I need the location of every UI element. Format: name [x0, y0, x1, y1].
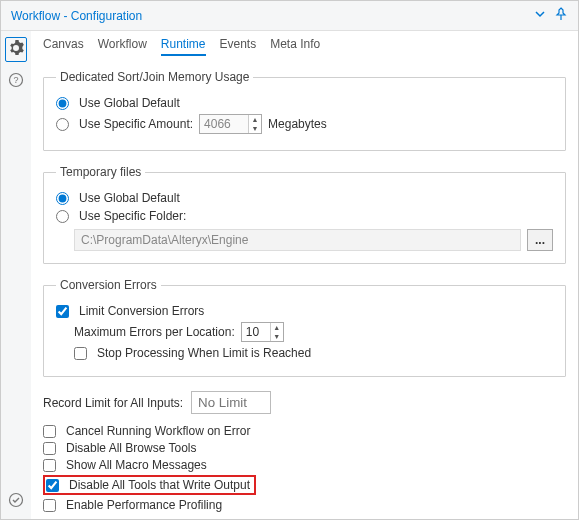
temp-specific-radio[interactable]: [56, 210, 69, 223]
memory-specific-radio[interactable]: [56, 118, 69, 131]
profiling-label: Enable Performance Profiling: [66, 498, 222, 512]
limit-errors-label: Limit Conversion Errors: [79, 304, 204, 318]
browse-folder-button[interactable]: ...: [527, 229, 553, 251]
svg-text:?: ?: [13, 75, 18, 85]
max-errors-spin-up[interactable]: ▲: [271, 323, 283, 332]
status-check-icon: [8, 492, 24, 511]
record-limit-input[interactable]: [191, 391, 271, 414]
show-macro-label: Show All Macro Messages: [66, 458, 207, 472]
memory-spin-up[interactable]: ▲: [249, 115, 261, 124]
show-macro-checkbox[interactable]: [43, 459, 56, 472]
conversion-legend: Conversion Errors: [56, 278, 161, 292]
disable-output-checkbox[interactable]: [46, 479, 59, 492]
stop-processing-checkbox[interactable]: [74, 347, 87, 360]
memory-legend: Dedicated Sort/Join Memory Usage: [56, 70, 253, 84]
limit-errors-checkbox[interactable]: [56, 305, 69, 318]
disable-browse-label: Disable All Browse Tools: [66, 441, 197, 455]
stop-processing-label: Stop Processing When Limit is Reached: [97, 346, 311, 360]
collapse-icon[interactable]: [534, 8, 546, 23]
memory-global-radio[interactable]: [56, 97, 69, 110]
disable-browse-checkbox[interactable]: [43, 442, 56, 455]
max-errors-spin-down[interactable]: ▼: [271, 332, 283, 341]
record-limit-label: Record Limit for All Inputs:: [43, 396, 183, 410]
svg-point-2: [10, 494, 23, 507]
profiling-checkbox[interactable]: [43, 499, 56, 512]
tab-workflow[interactable]: Workflow: [98, 37, 147, 56]
pin-icon[interactable]: [554, 7, 568, 24]
max-errors-label: Maximum Errors per Location:: [74, 325, 235, 339]
memory-unit-label: Megabytes: [268, 117, 327, 131]
help-icon[interactable]: ?: [8, 72, 24, 91]
tab-canvas[interactable]: Canvas: [43, 37, 84, 56]
max-errors-input[interactable]: [242, 323, 270, 341]
cancel-on-error-label: Cancel Running Workflow on Error: [66, 424, 251, 438]
tab-events[interactable]: Events: [220, 37, 257, 56]
temp-specific-label: Use Specific Folder:: [79, 209, 186, 223]
window-title: Workflow - Configuration: [11, 9, 142, 23]
gear-icon[interactable]: [5, 37, 27, 62]
memory-spin-down[interactable]: ▼: [249, 124, 261, 133]
temp-global-label: Use Global Default: [79, 191, 180, 205]
memory-specific-label: Use Specific Amount:: [79, 117, 193, 131]
disable-output-highlight: Disable All Tools that Write Output: [43, 475, 256, 495]
temp-global-radio[interactable]: [56, 192, 69, 205]
tab-runtime[interactable]: Runtime: [161, 37, 206, 56]
cancel-on-error-checkbox[interactable]: [43, 425, 56, 438]
temp-folder-input[interactable]: C:\ProgramData\Alteryx\Engine: [74, 229, 521, 251]
memory-global-label: Use Global Default: [79, 96, 180, 110]
memory-group: Dedicated Sort/Join Memory Usage Use Glo…: [43, 70, 566, 151]
memory-value-input[interactable]: [200, 115, 248, 133]
tab-metainfo[interactable]: Meta Info: [270, 37, 320, 56]
temp-legend: Temporary files: [56, 165, 145, 179]
conversion-group: Conversion Errors Limit Conversion Error…: [43, 278, 566, 377]
temp-group: Temporary files Use Global Default Use S…: [43, 165, 566, 264]
disable-output-label: Disable All Tools that Write Output: [69, 478, 250, 492]
